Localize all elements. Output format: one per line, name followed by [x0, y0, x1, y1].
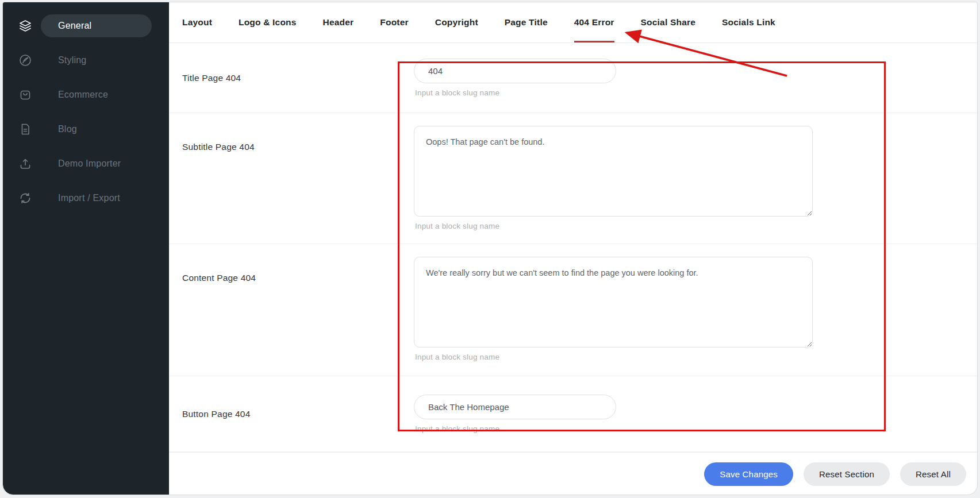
document-icon — [18, 122, 33, 137]
sidebar-item-label: General — [41, 14, 152, 37]
field-label: Button Page 404 — [169, 409, 414, 419]
field-helper: Input a block slug name — [415, 353, 813, 361]
subtitle-page-404-textarea[interactable]: Oops! That page can't be found. — [414, 126, 813, 217]
tab-copyright[interactable]: Copyright — [435, 2, 478, 43]
shopping-bag-icon — [18, 87, 33, 102]
sidebar-item-import-export[interactable]: Import / Export — [18, 187, 152, 210]
tab-page-title[interactable]: Page Title — [505, 2, 548, 43]
tab-logo-icons[interactable]: Logo & Icons — [239, 2, 297, 43]
sidebar-item-label: Import / Export — [41, 187, 152, 210]
theme-options-window: General Styling Ecommerce — [2, 2, 978, 495]
tab-bar: Layout Logo & Icons Header Footer Copyri… — [169, 2, 977, 43]
main-content: Layout Logo & Icons Header Footer Copyri… — [169, 2, 977, 495]
sidebar-item-label: Styling — [41, 49, 152, 72]
upload-icon — [18, 156, 33, 171]
sidebar-item-styling[interactable]: Styling — [18, 49, 152, 72]
sidebar-item-label: Ecommerce — [41, 83, 152, 106]
form-row-title-page-404: Title Page 404 Input a block slug name — [169, 43, 977, 113]
field-label: Title Page 404 — [169, 73, 414, 83]
tab-layout[interactable]: Layout — [182, 2, 212, 43]
tab-socials-link[interactable]: Socials Link — [722, 2, 775, 43]
tab-404-error[interactable]: 404 Error — [574, 2, 614, 43]
form-footer: Save Changes Reset Section Reset All — [169, 452, 977, 495]
field-label: Subtitle Page 404 — [169, 113, 414, 152]
save-changes-button[interactable]: Save Changes — [704, 462, 793, 486]
content-page-404-textarea[interactable]: We're really sorry but we can't seem to … — [414, 257, 813, 348]
reset-section-button[interactable]: Reset Section — [804, 462, 890, 486]
form-row-subtitle-page-404: Subtitle Page 404 Oops! That page can't … — [169, 113, 977, 244]
sidebar-item-label: Demo Importer — [41, 152, 152, 175]
sync-icon — [18, 191, 33, 206]
field-helper: Input a block slug name — [415, 222, 813, 230]
layers-icon — [18, 18, 33, 33]
sidebar-item-demo-importer[interactable]: Demo Importer — [18, 152, 152, 175]
sidebar-item-blog[interactable]: Blog — [18, 118, 152, 141]
settings-form: Title Page 404 Input a block slug name S… — [169, 43, 977, 452]
form-row-content-page-404: Content Page 404 We're really sorry but … — [169, 244, 977, 376]
sidebar: General Styling Ecommerce — [3, 2, 169, 495]
tab-footer[interactable]: Footer — [380, 2, 408, 43]
sidebar-item-general[interactable]: General — [18, 14, 152, 37]
title-page-404-input[interactable] — [414, 59, 616, 83]
sidebar-item-label: Blog — [41, 118, 152, 141]
reset-all-button[interactable]: Reset All — [900, 462, 966, 486]
field-helper: Input a block slug name — [415, 88, 616, 97]
field-helper: Input a block slug name — [415, 424, 616, 433]
button-page-404-input[interactable] — [414, 395, 616, 419]
feather-icon — [18, 53, 33, 68]
tab-social-share[interactable]: Social Share — [641, 2, 695, 43]
tab-header[interactable]: Header — [323, 2, 354, 43]
sidebar-item-ecommerce[interactable]: Ecommerce — [18, 83, 152, 106]
form-row-button-page-404: Button Page 404 Input a block slug name — [169, 376, 977, 452]
field-label: Content Page 404 — [169, 244, 414, 283]
